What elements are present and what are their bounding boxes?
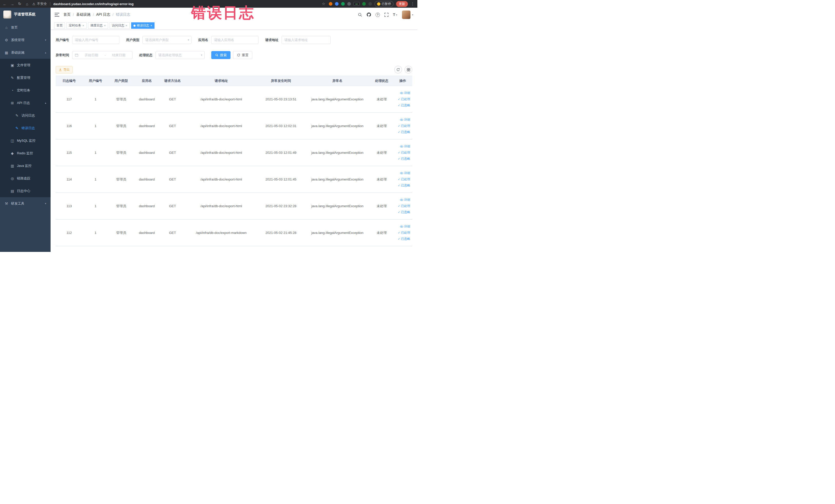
detail-link[interactable]: 详细	[400, 91, 410, 95]
close-icon[interactable]: ×	[150, 24, 152, 27]
action-label: 已忽略	[401, 210, 410, 215]
col-log-id: 日志编号	[56, 76, 83, 86]
site-security-indicator[interactable]: ⚠ 不安全	[32, 2, 47, 6]
sidebar-item-scheduled-tasks[interactable]: ◔ 定时任务	[0, 84, 50, 97]
mark-processed-link[interactable]: ✓ 已处理	[398, 97, 410, 101]
cell-actions: 详细 ✓ 已处理 ✓ 已忽略	[393, 193, 412, 220]
detail-link[interactable]: 详细	[400, 224, 410, 229]
app-name-input[interactable]	[211, 36, 259, 44]
exception-time-range-picker[interactable]: 开始日期 - 结束日期	[72, 51, 133, 59]
col-method: 请求方法名	[160, 76, 185, 86]
process-status-select[interactable]	[156, 51, 205, 59]
column-settings-button[interactable]	[405, 66, 412, 74]
error-log-table: 日志编号 用户编号 用户类型 应用名 请求方法名 请求地址 异常发生时间 异常名…	[56, 76, 412, 246]
mark-ignored-link[interactable]: ✓ 已忽略	[398, 157, 410, 161]
browser-home-icon[interactable]: ⌂	[25, 2, 29, 6]
sidebar-item-dev-tools[interactable]: ⚒ 研发工具 ▾	[0, 197, 50, 210]
extension-leaf-icon[interactable]	[362, 2, 366, 6]
process-status-field-wrap: ▾	[156, 51, 205, 59]
search-icon[interactable]	[358, 13, 362, 17]
cell-status: 未处理	[370, 139, 393, 166]
mark-ignored-link[interactable]: ✓ 已忽略	[398, 103, 410, 107]
detail-link[interactable]: 详细	[400, 118, 410, 122]
sidebar-item-system-management[interactable]: ⚙ 系统管理 ▾	[0, 34, 50, 46]
github-icon[interactable]	[367, 12, 371, 17]
mark-processed-link[interactable]: ✓ 已处理	[398, 150, 410, 155]
tab-error-log[interactable]: 错误日志 ×	[131, 22, 155, 29]
detail-link[interactable]: 详细	[400, 144, 410, 149]
sidebar-item-access-log[interactable]: ✎ 访问日志	[0, 109, 50, 122]
help-icon[interactable]: ?	[375, 13, 380, 17]
sidebar-item-mysql-monitor[interactable]: ◫ MySQL 监控	[0, 134, 50, 147]
url-bar[interactable]: dashboard.yudao.iocoder.cn/infra/log/api…	[54, 2, 318, 6]
sidebar-item-label: 定时任务	[17, 88, 30, 93]
cell-user-id: 1	[83, 166, 108, 193]
extensions-puzzle-icon[interactable]	[347, 2, 351, 6]
action-label: 已处理	[401, 204, 410, 208]
refresh-table-button[interactable]	[394, 66, 402, 74]
mark-processed-link[interactable]: ✓ 已处理	[398, 230, 410, 235]
sidebar-logo[interactable]: 芋道管理系统	[0, 8, 50, 21]
sidebar-item-trace[interactable]: ◎ 链路追踪	[0, 172, 50, 185]
action-label: 已处理	[401, 177, 410, 182]
request-url-input[interactable]	[282, 36, 331, 44]
sidebar-item-infrastructure[interactable]: ▦ 基础设施 ▴	[0, 46, 50, 59]
sidebar-item-error-log[interactable]: ✎ 错误日志	[0, 122, 50, 134]
extension-paw-icon[interactable]	[368, 2, 372, 6]
tab-access-log[interactable]: 访问日志 ×	[109, 22, 130, 29]
fullscreen-icon[interactable]	[384, 13, 389, 17]
browser-update-button[interactable]: 更新	[396, 1, 408, 7]
close-icon[interactable]: ×	[104, 24, 106, 27]
sidebar-item-log-center[interactable]: ▤ 日志中心	[0, 185, 50, 197]
action-label: 详细	[404, 171, 410, 175]
user-type-select[interactable]	[142, 36, 191, 44]
mark-ignored-link[interactable]: ✓ 已忽略	[398, 183, 410, 188]
tab-schedule-log[interactable]: 调度日志 ×	[88, 22, 108, 29]
sidebar-item-api-log[interactable]: ⊞ API 日志 ▴	[0, 97, 50, 109]
app-name-field-wrap	[211, 36, 259, 44]
user-avatar-menu[interactable]: ▾	[402, 11, 413, 19]
sidebar-toggle-hamburger-icon[interactable]	[55, 13, 59, 17]
paused-badge[interactable]: 已暂停	[374, 1, 393, 7]
mark-processed-link[interactable]: ✓ 已处理	[398, 177, 410, 182]
check-icon: ✓	[398, 98, 400, 101]
extension-shield-icon[interactable]	[329, 2, 332, 6]
tab-scheduled-tasks[interactable]: 定时任务 ×	[66, 22, 86, 29]
mark-ignored-link[interactable]: ✓ 已忽略	[398, 237, 410, 241]
tab-home[interactable]: 首页	[54, 22, 65, 29]
sidebar-item-java-monitor[interactable]: ▥ Java 监控	[0, 159, 50, 172]
sidebar-item-label: MySQL 监控	[17, 138, 36, 143]
user-type-field-wrap: ▾	[142, 36, 191, 44]
user-id-input[interactable]	[72, 36, 119, 44]
extension-v-icon[interactable]	[341, 2, 345, 6]
search-button[interactable]: 搜索	[211, 51, 230, 59]
bookmark-star-icon[interactable]: ☆	[321, 2, 326, 6]
browser-reload-icon[interactable]: ↻	[18, 2, 22, 6]
browser-menu-kebab-icon[interactable]: ⋮	[410, 2, 415, 6]
mark-processed-link[interactable]: ✓ 已处理	[398, 124, 410, 128]
close-icon[interactable]: ×	[125, 24, 127, 27]
reset-button[interactable]: 重置	[233, 51, 252, 59]
sidebar-item-config-management[interactable]: ✎ 配置管理	[0, 72, 50, 84]
extension-drop-icon[interactable]	[335, 2, 339, 6]
sidebar-item-file-management[interactable]: ▣ 文件管理	[0, 59, 50, 72]
mark-ignored-link[interactable]: ✓ 已忽略	[398, 210, 410, 215]
sidebar-item-home[interactable]: ⌂ 首页	[0, 21, 50, 34]
cell-user-id: 1	[83, 86, 108, 113]
sidebar-item-redis-monitor[interactable]: ◆ Redis 监控	[0, 147, 50, 159]
date-start-placeholder[interactable]: 开始日期	[81, 53, 102, 58]
detail-link[interactable]: 详细	[400, 171, 410, 175]
font-size-icon[interactable]: TT	[393, 13, 398, 17]
browser-back-icon[interactable]: ←	[3, 2, 7, 6]
breadcrumb-home[interactable]: 首页	[63, 12, 70, 17]
breadcrumb-infrastructure[interactable]: 基础设施	[76, 12, 90, 17]
mark-processed-link[interactable]: ✓ 已处理	[398, 204, 410, 208]
mark-ignored-link[interactable]: ✓ 已忽略	[398, 130, 410, 134]
close-icon[interactable]: ×	[82, 24, 84, 27]
breadcrumb-api-log[interactable]: API 日志	[96, 12, 110, 17]
detail-link[interactable]: 详细	[400, 198, 410, 202]
browser-forward-icon[interactable]: →	[10, 2, 14, 6]
extension-battery-icon[interactable]: on	[353, 2, 360, 6]
export-button[interactable]: 导出	[56, 66, 73, 74]
date-end-placeholder[interactable]: 结束日期	[108, 53, 130, 58]
